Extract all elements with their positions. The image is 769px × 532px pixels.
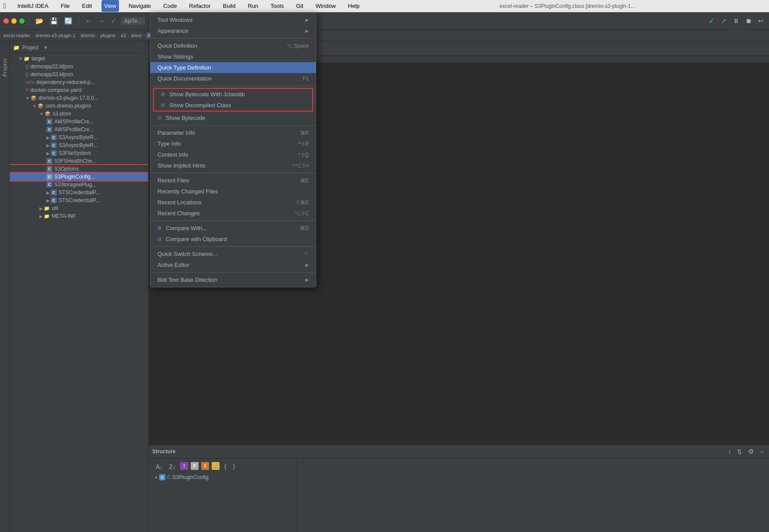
sort-alpha-button[interactable]: ↕ bbox=[727, 448, 733, 456]
breadcrumb-dremio[interactable]: dremio bbox=[80, 33, 95, 38]
tree-item-s3storageplug[interactable]: C S33torageePlug... bbox=[10, 181, 148, 189]
menu-type-info[interactable]: Type Info ^⇧P bbox=[150, 138, 316, 149]
tree-item-demoapp22[interactable]: {} demoapp22.ldjson bbox=[10, 63, 148, 70]
toolbar-arrow-icon[interactable]: ↗ bbox=[719, 16, 728, 26]
toolbar-pause-icon[interactable]: ⏸ bbox=[731, 16, 741, 25]
menu-tool-windows[interactable]: Tool Windows ▶ bbox=[150, 14, 316, 25]
tree-item-awsprofile2[interactable]: C AWSProfileCre... bbox=[10, 126, 148, 133]
main-container: excel-reader › dremio-s3-plugin-1 › drem… bbox=[0, 30, 769, 532]
menu-show-decompiled[interactable]: ⊟ Show Decompiled Class bbox=[154, 100, 312, 111]
structure-filter2-button[interactable]: ⟩ bbox=[231, 462, 237, 472]
menubar-tools[interactable]: Tools bbox=[268, 0, 286, 12]
menu-recent-locations[interactable]: Recent Locations ⇧⌘E bbox=[150, 197, 316, 208]
menubar-build[interactable]: Build bbox=[220, 0, 238, 12]
settings-gear-button[interactable]: ⚙ bbox=[746, 447, 755, 456]
quick-doc-text: Quick Documentation bbox=[157, 75, 212, 82]
divider-5 bbox=[150, 220, 316, 221]
menubar-git[interactable]: Git bbox=[294, 0, 306, 12]
menubar-help[interactable]: Help bbox=[346, 0, 363, 12]
menubar-navigate[interactable]: Navigate bbox=[126, 0, 154, 12]
menu-quick-def[interactable]: Quick Definition ⌥ Space bbox=[150, 40, 316, 51]
toolbar-sep-2 bbox=[79, 17, 79, 25]
toolbar-check-icon[interactable]: ✓ bbox=[706, 15, 717, 27]
toolbar-revert-icon[interactable]: ⏺ bbox=[744, 16, 754, 25]
sort-az-button[interactable]: A↓ bbox=[154, 462, 164, 472]
menu-param-info[interactable]: Parameter Info ⌘P bbox=[150, 127, 316, 138]
menubar-view[interactable]: View bbox=[101, 0, 119, 12]
menu-show-hints[interactable]: Show Implicit Hints ^⌥⇧= bbox=[150, 160, 316, 171]
menu-show-bytecode-jclasslib[interactable]: ⊞ Show Bytecode With Jclasslib bbox=[154, 89, 312, 100]
menu-appearance[interactable]: Appearance ▶ bbox=[150, 25, 316, 36]
tree-item-s3options[interactable]: C S3Options bbox=[10, 165, 148, 173]
tree-item-com-dremio[interactable]: ▼ 📦 com.dremio.plugins bbox=[10, 102, 148, 110]
tree-item-docker-compose[interactable]: Y docker-compose.yaml bbox=[10, 86, 148, 94]
breadcrumb-store[interactable]: store bbox=[131, 33, 141, 38]
minimize-button[interactable] bbox=[11, 18, 17, 24]
show-hints-shortcut: ^⌥⇧= bbox=[293, 163, 309, 169]
menu-show-bytecode-label: ⊡ Show Bytecode bbox=[157, 115, 205, 121]
tree-item-s3pluginconfig[interactable]: C S3PluginConfig... bbox=[10, 173, 148, 181]
toolbar-undo-icon[interactable]: ↩ bbox=[756, 16, 766, 26]
tree-item-meta-inf[interactable]: ▶ 📁 META-INF bbox=[10, 212, 148, 220]
tree-item-util[interactable]: ▶ 📁 util bbox=[10, 204, 148, 212]
tree-item-awsprofile1[interactable]: C AWSProfileCre... bbox=[10, 118, 148, 126]
menubar-refactor[interactable]: Refactor bbox=[186, 0, 213, 12]
menu-appearance-label: Appearance bbox=[157, 28, 188, 34]
chevron-async2: ▶ bbox=[46, 143, 50, 148]
tree-item-dependency[interactable]: ≺/≻ dependency-reduced-p... bbox=[10, 78, 148, 86]
menu-recently-changed[interactable]: Recently Changed Files bbox=[150, 186, 316, 197]
menu-compare-with[interactable]: ⊞ Compare With... ⌘D bbox=[150, 223, 316, 234]
menubar-code[interactable]: Code bbox=[161, 0, 179, 12]
bytecode2-icon: ⊡ bbox=[157, 115, 161, 121]
maximize-button[interactable] bbox=[19, 18, 24, 24]
close-button[interactable] bbox=[3, 18, 9, 24]
save-button[interactable]: 💾 bbox=[48, 16, 60, 26]
menubar-file[interactable]: File bbox=[58, 0, 73, 12]
menubar-run[interactable]: Run bbox=[245, 0, 261, 12]
open-button[interactable]: 📂 bbox=[34, 16, 45, 26]
menubar-window[interactable]: Window bbox=[313, 0, 338, 12]
menubar-edit[interactable]: Edit bbox=[80, 0, 94, 12]
tree-item-stscred2[interactable]: ▶ C STSCredentialP... bbox=[10, 196, 148, 204]
menu-quick-switch[interactable]: Quick Switch Scheme... ^` bbox=[150, 248, 316, 259]
menu-bidi-text[interactable]: Bidi Text Base Direction ▶ bbox=[150, 274, 316, 285]
menubar-intellij[interactable]: IntelliJ IDEA bbox=[15, 0, 51, 12]
sort-type-button[interactable]: ⇅ bbox=[735, 448, 744, 456]
menu-show-siblings[interactable]: Show Siblings bbox=[150, 51, 316, 62]
tree-dropdown-icon[interactable]: ▼ bbox=[43, 45, 48, 51]
breadcrumb-s3[interactable]: s3 bbox=[121, 33, 126, 38]
back-button[interactable]: ← bbox=[84, 16, 94, 25]
tree-item-s3asyncbyte1[interactable]: ▶ C S3AsyncByteR... bbox=[10, 133, 148, 141]
menu-recent-changes[interactable]: Recent Changes ⌥⇧C bbox=[150, 208, 316, 219]
c-structure-icon: C bbox=[159, 474, 165, 480]
structure-gray-icon: P bbox=[191, 462, 199, 470]
tree-item-dremio-jar[interactable]: ▼ 📦 dremio-s3-plugin-17.0.0... bbox=[10, 94, 148, 102]
hide-panel-button[interactable]: − bbox=[758, 447, 766, 456]
forward-button[interactable]: → bbox=[96, 16, 106, 25]
refresh-button[interactable]: 🔄 bbox=[63, 16, 74, 26]
tree-item-demoapp33[interactable]: {} demoapp33.ldjson bbox=[10, 70, 148, 78]
breadcrumb-plugins[interactable]: plugins bbox=[101, 33, 116, 38]
bytecode-jclasslib-text: Show Bytecode With Jclasslib bbox=[169, 91, 245, 98]
structure-panel: A↓ Z↓ ! P f 🔒 ⟨ ⟩ ▼ C bbox=[149, 458, 297, 532]
menu-show-bytecode[interactable]: ⊡ Show Bytecode bbox=[150, 112, 316, 123]
tree-item-stscred1[interactable]: ▶ C STSCredentialP... bbox=[10, 189, 148, 196]
menu-quick-doc[interactable]: Quick Documentation F1 bbox=[150, 73, 316, 84]
menu-compare-clipboard[interactable]: ⊟ Compare with Clipboard bbox=[150, 234, 316, 245]
sort-za-button[interactable]: Z↓ bbox=[167, 462, 178, 472]
tree-item-target[interactable]: ▼ 📁 target bbox=[10, 55, 148, 63]
build-green-button[interactable]: ✓ bbox=[109, 16, 118, 26]
structure-yellow-icon: 🔒 bbox=[212, 462, 220, 470]
menu-recent-files[interactable]: Recent Files ⌘E bbox=[150, 175, 316, 186]
tree-item-s3fshealth[interactable]: C S3FSHealthChe... bbox=[10, 157, 148, 165]
tree-item-s3store[interactable]: ▼ 📦 s3.store bbox=[10, 110, 148, 118]
menu-active-editor[interactable]: Active Editor ▶ bbox=[150, 259, 316, 270]
tree-item-s3asyncbyte2[interactable]: ▶ C S3AsyncByteR... bbox=[10, 141, 148, 149]
menu-quick-type[interactable]: Quick Type Definition bbox=[150, 62, 316, 73]
file-tree[interactable]: 📁 Project ▼ ▼ 📁 target {} demoapp22.ldjs… bbox=[10, 41, 149, 532]
view-dropdown-menu[interactable]: Tool Windows ▶ Appearance ▶ Quick Defini… bbox=[150, 12, 316, 287]
structure-item-s3pluginconfig[interactable]: ▼ C C. S3PluginConfig bbox=[150, 473, 295, 481]
structure-filter-button[interactable]: ⟨ bbox=[222, 462, 228, 472]
menu-context-info[interactable]: Context Info ^⇧Q bbox=[150, 149, 316, 160]
tree-item-s3filesystem[interactable]: ▶ C S3FileSystem bbox=[10, 149, 148, 157]
